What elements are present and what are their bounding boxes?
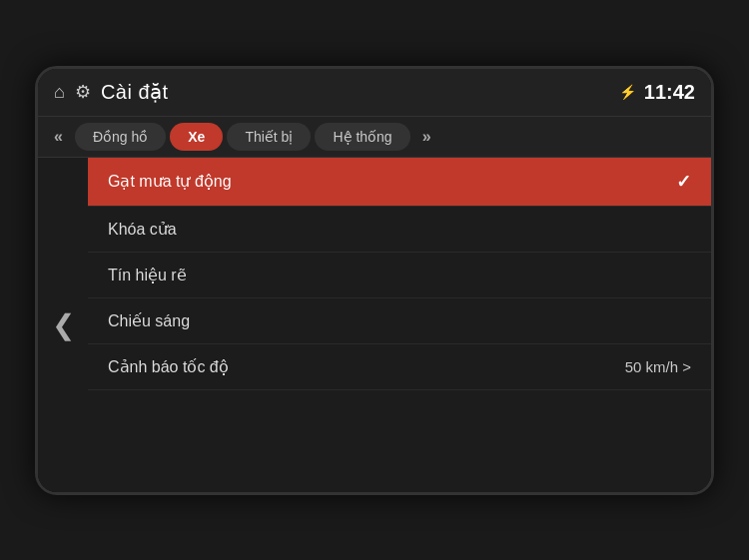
time-display: 11:42: [644, 81, 695, 104]
tab-next-arrow[interactable]: »: [414, 124, 439, 150]
home-icon[interactable]: ⌂: [54, 82, 65, 103]
menu-value-gat-mua: ✓: [676, 171, 691, 193]
header-bar: ⌂ ⚙ Cài đặt ⚡ 11:42: [38, 69, 711, 117]
menu-item-khoa-cua[interactable]: Khóa cửa: [88, 207, 711, 253]
tab-prev-arrow[interactable]: «: [46, 124, 71, 150]
menu-item-canh-bao-toc-do[interactable]: Cảnh báo tốc độ 50 km/h >: [88, 344, 711, 390]
tab-dong-ho[interactable]: Đồng hồ: [75, 123, 166, 151]
menu-label-khoa-cua: Khóa cửa: [108, 220, 177, 239]
page-title: Cài đặt: [101, 80, 169, 104]
back-button[interactable]: ❮: [52, 308, 75, 341]
menu-label-canh-bao-toc-do: Cảnh báo tốc độ: [108, 357, 229, 376]
menu-item-tin-hieu-re[interactable]: Tín hiệu rẽ: [88, 253, 711, 298]
content-area: ❮ Gạt mưa tự động ✓ Khóa cửa: [38, 158, 711, 492]
menu-item-gat-mua[interactable]: Gạt mưa tự động ✓: [88, 158, 711, 207]
bluetooth-icon: ⚡: [619, 84, 636, 100]
header-left: ⌂ ⚙ Cài đặt: [54, 80, 619, 104]
menu-label-chieu-sang: Chiếu sáng: [108, 311, 190, 330]
header-right: ⚡ 11:42: [619, 81, 695, 104]
menu-value-canh-bao-toc-do: 50 km/h >: [625, 358, 691, 375]
menu-list: Gạt mưa tự động ✓ Khóa cửa Tín hiệu rẽ: [88, 158, 711, 492]
tab-he-thong[interactable]: Hệ thống: [315, 123, 409, 151]
menu-item-chieu-sang[interactable]: Chiếu sáng: [88, 298, 711, 344]
menu-label-tin-hieu-re: Tín hiệu rẽ: [108, 266, 187, 284]
menu-label-gat-mua: Gạt mưa tự động: [108, 172, 232, 191]
gear-icon[interactable]: ⚙: [75, 81, 91, 103]
tab-xe[interactable]: Xe: [170, 123, 223, 151]
check-icon: ✓: [676, 171, 691, 193]
tab-thiet-bi[interactable]: Thiết bị: [227, 123, 311, 151]
tab-bar: « Đồng hồ Xe Thiết bị Hệ thống »: [38, 117, 711, 158]
side-back-panel: ❮: [38, 158, 88, 492]
